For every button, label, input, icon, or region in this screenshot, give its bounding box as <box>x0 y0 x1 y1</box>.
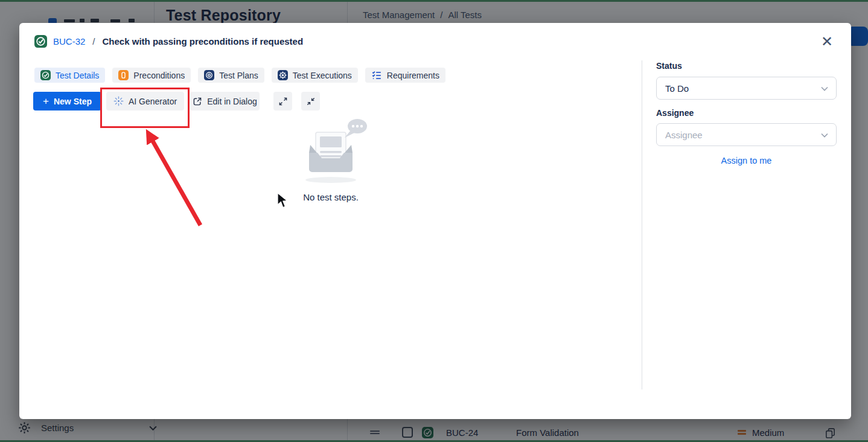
details-panel-divider <box>642 60 642 389</box>
chevron-down-icon <box>821 133 828 138</box>
status-select[interactable]: To Do <box>656 77 837 100</box>
expand-icon <box>278 97 288 106</box>
plus-icon: + <box>43 95 49 107</box>
status-label: Status <box>656 61 682 71</box>
preconditions-icon <box>118 70 129 80</box>
assignee-label: Assignee <box>656 108 837 118</box>
test-executions-icon <box>278 70 288 80</box>
tab-preconditions[interactable]: Preconditions <box>112 68 191 83</box>
chevron-down-icon <box>821 86 828 91</box>
title-separator: / <box>92 36 95 46</box>
modal-tabs: Test Details Preconditions Test Plans <box>34 68 445 83</box>
ai-generator-button[interactable]: AI Generator <box>106 92 184 110</box>
test-title: Check with passing preconditions if requ… <box>103 36 304 46</box>
red-annotation-arrow <box>131 123 209 234</box>
edit-in-dialog-button[interactable]: Edit in Dialog <box>190 92 260 110</box>
test-plans-icon <box>204 70 214 80</box>
details-panel: Status To Do Assignee Assignee Assign to… <box>656 60 837 165</box>
test-key-link[interactable]: BUC-32 <box>53 36 85 46</box>
assign-to-me-link[interactable]: Assign to me <box>656 156 837 165</box>
tab-test-executions[interactable]: Test Executions <box>272 68 358 83</box>
ai-sparkle-icon <box>113 96 124 106</box>
assignee-placeholder: Assignee <box>665 130 703 140</box>
modal-header: BUC-32 / Check with passing precondition… <box>34 35 809 48</box>
new-step-button[interactable]: + New Step <box>33 92 101 110</box>
test-case-icon <box>34 35 47 48</box>
status-value: To Do <box>665 83 689 94</box>
tab-test-plans[interactable]: Test Plans <box>198 68 264 83</box>
mouse-cursor <box>276 192 289 209</box>
close-icon[interactable]: ✕ <box>816 31 838 53</box>
empty-state: No test steps. <box>282 117 379 202</box>
test-details-modal: BUC-32 / Check with passing precondition… <box>19 23 851 419</box>
empty-inbox-illustration <box>282 117 379 186</box>
collapse-steps-button[interactable] <box>301 92 320 110</box>
requirements-icon <box>371 70 382 80</box>
tab-requirements[interactable]: Requirements <box>365 68 445 83</box>
assignee-select[interactable]: Assignee <box>656 123 837 146</box>
tab-test-details[interactable]: Test Details <box>34 68 105 83</box>
empty-state-message: No test steps. <box>282 192 379 202</box>
test-details-icon <box>40 70 51 80</box>
collapse-icon <box>306 97 316 106</box>
open-dialog-icon <box>193 97 202 106</box>
expand-steps-button[interactable] <box>273 92 292 110</box>
